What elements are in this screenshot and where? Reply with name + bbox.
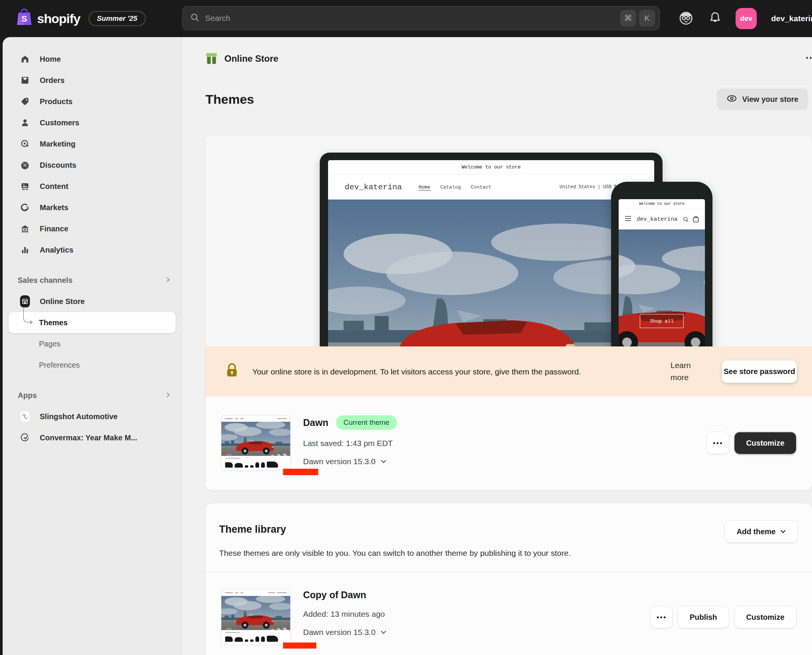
sidekick-icon[interactable] [677,9,695,28]
sidebar-item-content[interactable]: Content [9,176,176,197]
sidebar-section-sales-channels[interactable]: Sales channels [3,270,182,291]
sidebar-item-themes[interactable]: Themes [9,312,176,333]
app-frame: Home Orders Products Customers [3,37,812,655]
lock-icon [225,363,239,380]
announcement-bar: Welcome to our store [619,199,705,209]
tree-connector-icon [23,308,32,323]
publish-button[interactable]: Publish [678,606,729,628]
user-name: dev_katerina [771,14,812,23]
learn-more-link[interactable]: Learn more [670,359,708,384]
current-theme-badge: Current theme [336,415,397,430]
customize-button[interactable]: Customize [734,606,796,628]
notifications-bell-icon[interactable] [709,11,721,26]
storefront-nav-contact[interactable]: Contact [471,184,492,190]
customize-button[interactable]: Customize [734,432,796,454]
online-store-icon [20,296,30,306]
sidebar-item-label: Slingshot Automotive [40,412,118,421]
search-input[interactable]: Search ⌘ K [182,6,660,30]
theme-name: Dawn [303,417,328,428]
announcement-bar: Welcome to our store [328,160,654,175]
sidebar-item-label: Marketing [40,140,75,148]
topbar-actions: dev dev_katerina [677,0,812,37]
search-placeholder: Search [205,14,230,23]
shopify-logo[interactable]: S shopify [16,9,80,28]
sidebar-item-label: Home [40,55,61,64]
add-theme-button[interactable]: Add theme [725,521,798,543]
last-saved-text: Last saved: 1:43 pm EDT [303,439,397,448]
more-options-button[interactable] [650,606,672,628]
k-key: K [639,10,655,27]
search-icon [190,12,200,24]
sidebar-item-convermax[interactable]: Convermax: Year Make M... [9,427,176,448]
sidebar: Home Orders Products Customers [3,37,182,655]
sidebar-item-finance[interactable]: Finance [9,218,176,239]
more-options-icon[interactable]: ⋯ [805,51,812,64]
markets-icon: $ [20,203,30,212]
see-store-password-button[interactable]: See store password [722,360,797,383]
keyboard-shortcut: ⌘ K [620,10,655,27]
hero-image [328,200,654,346]
sidebar-item-label: Orders [40,76,65,85]
theme-version[interactable]: Dawn version 15.3.0 [303,457,397,466]
storefront-nav-catalog[interactable]: Catalog [440,184,461,190]
theme-added-text: Added: 13 minutes ago [303,610,386,619]
cmd-key: ⌘ [620,10,636,27]
online-store-green-icon [205,51,218,66]
locale-selector[interactable]: United States | USD $ [560,184,617,190]
theme-thumbnail[interactable] [221,415,290,471]
library-theme-row: Copy of Dawn Added: 13 minutes ago Dawn … [205,572,812,655]
sidebar-item-pages[interactable]: Pages [9,333,176,354]
sidebar-item-online-store[interactable]: Online Store [9,291,176,312]
page-title: Themes [205,92,254,107]
sidebar-item-marketing[interactable]: Marketing [9,133,176,154]
user-avatar[interactable]: dev [736,8,757,29]
current-theme-card: Welcome to our store dev_katerina Home C… [205,135,812,490]
online-store-header: Online Store ⋯ [182,37,812,80]
sidebar-item-slingshot-automotive[interactable]: Slingshot Automotive [9,406,176,427]
development-store-banner: Your online store is in development. To … [205,346,812,396]
svg-text:S: S [21,14,27,23]
sidebar-item-label: Content [40,182,68,191]
theme-version[interactable]: Dawn version 15.3.0 [303,628,386,637]
page-title-row: Themes View your store [182,80,812,110]
marketing-icon [20,139,30,149]
sidebar-item-discounts[interactable]: Discounts [9,154,176,176]
mobile-preview-mockup: Welcome to our store dev_katerina [611,182,712,346]
theme-preview: Welcome to our store dev_katerina Home C… [205,135,812,346]
orders-icon [20,75,30,85]
storefront-nav-home[interactable]: Home [418,184,430,190]
sidebar-item-label: Products [40,97,73,106]
chevron-down-icon [780,530,786,533]
sidebar-item-label: Finance [40,225,68,233]
storefront-logo: dev_katerina [345,183,402,192]
eye-icon [726,94,737,104]
sidebar-item-label: Pages [39,340,61,348]
chevron-down-icon [381,460,386,463]
view-your-store-button[interactable]: View your store [717,89,808,110]
sidebar-item-orders[interactable]: Orders [9,70,176,91]
sidebar-item-customers[interactable]: Customers [9,112,176,133]
customers-icon [20,118,30,128]
home-icon [20,54,30,64]
theme-library-card: Theme library Add theme These themes are… [205,503,812,655]
theme-library-title: Theme library [219,521,286,535]
sidebar-item-products[interactable]: Products [9,91,176,112]
sidebar-item-label: Markets [40,203,68,212]
online-store-title: Online Store [224,53,278,64]
storefront-mobile-header: dev_katerina [619,209,705,229]
main-content: Online Store ⋯ Themes View your store [182,37,812,655]
theme-thumbnail[interactable] [221,590,290,645]
sales-channels-label: Sales channels [18,276,73,285]
more-options-button[interactable] [707,432,729,454]
chevron-right-icon [165,391,171,400]
sidebar-item-markets[interactable]: $ Markets [9,197,176,218]
sidebar-item-preferences[interactable]: Preferences [9,354,176,376]
chevron-right-icon [165,276,171,285]
sidebar-item-home[interactable]: Home [9,48,176,70]
slingshot-app-icon [20,412,30,421]
sidebar-item-analytics[interactable]: Analytics [9,239,176,260]
shopify-bag-icon: S [16,9,33,28]
sidebar-section-apps[interactable]: Apps [3,385,182,406]
theme-name: Copy of Dawn [303,590,366,600]
storefront-header: dev_katerina Home Catalog Contact United… [328,175,654,200]
